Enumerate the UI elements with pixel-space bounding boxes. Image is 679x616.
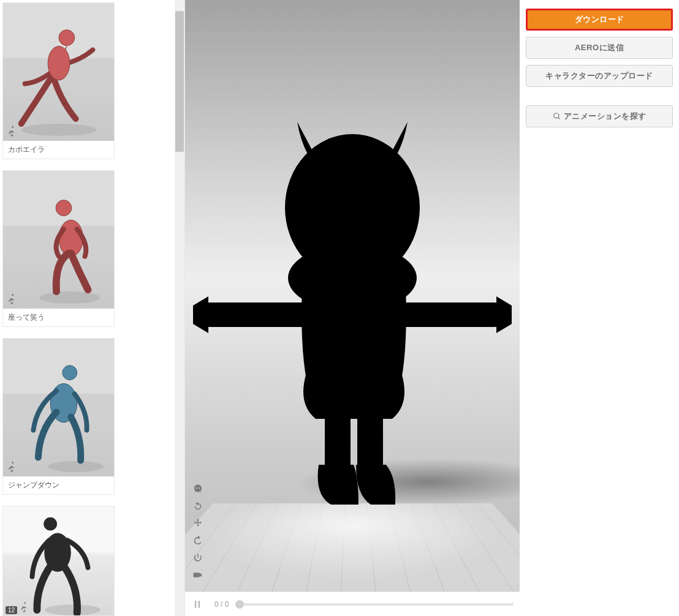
runner-icon xyxy=(7,462,18,473)
rotate-icon[interactable] xyxy=(191,534,205,547)
send-aero-button[interactable]: AEROに送信 xyxy=(526,37,673,59)
animation-thumbnail xyxy=(3,339,114,476)
find-animation-button[interactable]: アニメーションを探す xyxy=(526,105,673,127)
timeline-track[interactable] xyxy=(240,603,514,606)
move-icon[interactable] xyxy=(191,517,205,530)
animation-thumbnail: 12 xyxy=(3,506,114,616)
animation-label: ジャンプダウン xyxy=(3,476,114,494)
svg-point-3 xyxy=(39,291,100,304)
mannequin-icon xyxy=(3,3,114,141)
animation-library-panel: カポエイラ 座って笑う xyxy=(0,0,185,616)
animation-label: カポエイラ xyxy=(3,141,114,159)
svg-point-9 xyxy=(45,604,101,615)
viewport-3d[interactable]: 0 / 0 xyxy=(185,0,520,616)
scroll-thumb[interactable] xyxy=(175,11,184,152)
mannequin-icon xyxy=(3,506,114,616)
download-button[interactable]: ダウンロード xyxy=(526,9,673,31)
svg-point-6 xyxy=(48,461,104,472)
svg-point-1 xyxy=(59,30,75,46)
scroll-track[interactable] xyxy=(175,0,184,616)
svg-point-2 xyxy=(48,46,70,80)
playback-bar: 0 / 0 xyxy=(185,592,520,616)
character xyxy=(185,85,520,514)
animation-thumbnail xyxy=(3,171,114,309)
svg-point-0 xyxy=(21,124,97,136)
animation-list[interactable]: カポエイラ 座って笑う xyxy=(0,0,175,616)
runner-icon xyxy=(19,602,30,613)
svg-point-7 xyxy=(63,366,77,380)
svg-marker-17 xyxy=(496,296,512,333)
svg-marker-16 xyxy=(193,296,208,333)
skull-icon[interactable] xyxy=(191,483,205,496)
svg-rect-14 xyxy=(199,302,313,327)
power-icon[interactable] xyxy=(191,551,205,565)
mannequin-icon xyxy=(3,171,114,309)
timeline-knob[interactable] xyxy=(235,600,244,609)
svg-point-4 xyxy=(56,200,72,216)
upload-character-button[interactable]: キャラクターのアップロード xyxy=(526,65,673,87)
reset-icon[interactable] xyxy=(191,500,205,513)
pack-count-badge: 12 xyxy=(6,606,17,614)
character-silhouette-icon xyxy=(185,85,520,514)
runner-icon xyxy=(7,126,18,137)
mannequin-icon xyxy=(3,339,114,476)
svg-point-10 xyxy=(44,517,57,531)
frame-counter: 0 / 0 xyxy=(214,600,229,609)
animation-label: 座って笑う xyxy=(3,309,114,326)
pause-button[interactable] xyxy=(191,598,203,610)
animation-item[interactable]: 座って笑う xyxy=(2,170,115,327)
action-panel: ダウンロード AEROに送信 キャラクターのアップロード アニメーションを探す xyxy=(520,0,679,616)
animation-item[interactable]: カポエイラ xyxy=(2,2,115,159)
svg-rect-15 xyxy=(392,302,506,327)
viewport-toolbar xyxy=(191,483,205,582)
find-animation-label: アニメーションを探す xyxy=(564,111,647,122)
animation-item[interactable]: ジャンプダウン xyxy=(2,338,115,495)
animation-thumbnail xyxy=(3,3,114,141)
runner-icon xyxy=(7,294,18,305)
animation-item[interactable]: 12 xyxy=(2,506,115,616)
camera-icon[interactable] xyxy=(191,568,205,582)
search-icon xyxy=(553,112,561,121)
svg-point-13 xyxy=(288,244,417,312)
